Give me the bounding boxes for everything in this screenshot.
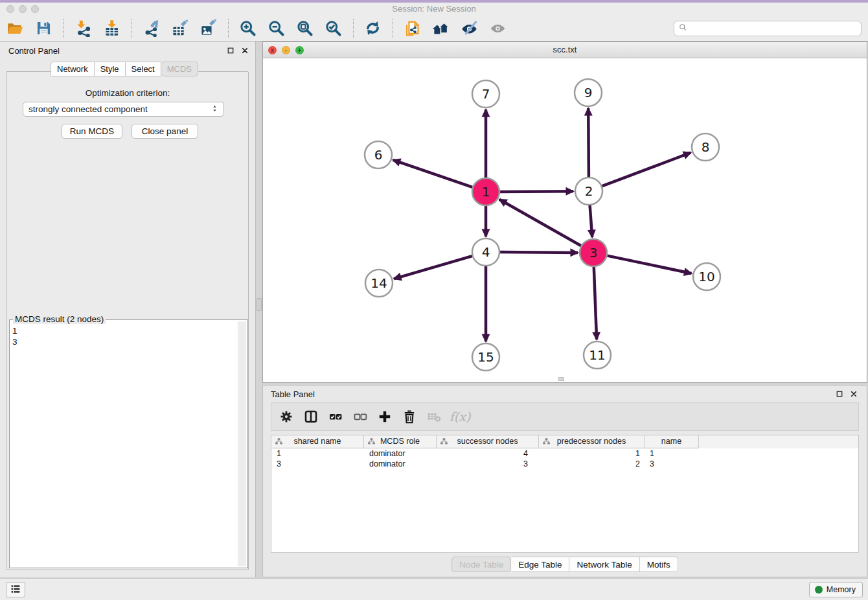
column-header-MCDS-role[interactable]: MCDS role bbox=[364, 435, 437, 448]
deselect-all-columns-icon bbox=[352, 409, 368, 424]
edge-2-8[interactable] bbox=[602, 153, 691, 187]
zoom-in-icon bbox=[239, 19, 257, 37]
toggle-overview-button[interactable] bbox=[459, 19, 479, 38]
overview-eye-icon bbox=[489, 19, 507, 37]
minimize-view-button[interactable]: - bbox=[282, 46, 290, 54]
tab-select[interactable]: Select bbox=[126, 62, 161, 76]
column-header-name[interactable]: name bbox=[645, 435, 699, 448]
update-view-button[interactable] bbox=[363, 19, 382, 38]
node-label-7: 7 bbox=[482, 86, 490, 102]
toolbar-separator bbox=[131, 19, 132, 38]
zoom-window-button[interactable] bbox=[31, 5, 39, 13]
column-header-predecessor-nodes[interactable]: predecessor nodes bbox=[539, 435, 645, 448]
memory-button[interactable]: Memory bbox=[809, 582, 863, 597]
task-history-button[interactable] bbox=[6, 582, 25, 597]
edge-2-3[interactable] bbox=[590, 205, 593, 237]
tab-network[interactable]: Network bbox=[51, 62, 95, 76]
tab-edge-table[interactable]: Edge Table bbox=[511, 557, 569, 572]
edge-3-10[interactable] bbox=[608, 256, 692, 273]
float-panel-icon[interactable] bbox=[835, 389, 843, 398]
zoom-in-button[interactable] bbox=[238, 19, 257, 38]
zoom-fit-icon bbox=[296, 19, 314, 37]
close-panel-icon[interactable] bbox=[240, 46, 249, 54]
home-view-button[interactable] bbox=[431, 19, 450, 38]
search-box[interactable] bbox=[674, 21, 862, 36]
clone-network-button[interactable] bbox=[402, 19, 422, 38]
status-bar: Memory bbox=[0, 578, 868, 600]
delete-column-button[interactable] bbox=[400, 407, 419, 426]
canvas-resize-grip[interactable] bbox=[558, 377, 564, 381]
tab-motifs[interactable]: Motifs bbox=[640, 557, 678, 572]
table-settings-button[interactable] bbox=[277, 407, 296, 426]
result-scrollbar[interactable] bbox=[238, 321, 246, 566]
column-header-shared-name[interactable]: shared name bbox=[271, 435, 364, 448]
zoom-selected-button[interactable] bbox=[323, 19, 343, 38]
delete-column-icon bbox=[402, 409, 417, 424]
create-column-button[interactable] bbox=[375, 407, 394, 426]
node-label-1: 1 bbox=[482, 184, 490, 200]
export-table-button[interactable] bbox=[170, 19, 189, 38]
run-mcds-button[interactable]: Run MCDS bbox=[62, 124, 122, 139]
node-label-6: 6 bbox=[374, 147, 383, 163]
zoom-view-button[interactable]: + bbox=[295, 46, 304, 54]
open-session-button[interactable] bbox=[5, 19, 25, 38]
close-view-button[interactable]: x bbox=[268, 46, 277, 54]
zoom-out-button[interactable] bbox=[266, 19, 286, 38]
tab-style[interactable]: Style bbox=[95, 62, 126, 76]
edge-3-1[interactable] bbox=[499, 200, 581, 246]
tree-icon bbox=[542, 437, 551, 446]
show-column-button[interactable] bbox=[301, 407, 321, 426]
close-window-button[interactable] bbox=[6, 5, 14, 13]
column-header-successor-nodes[interactable]: successor nodes bbox=[437, 435, 539, 448]
export-image-icon bbox=[200, 19, 217, 37]
edge-2-9[interactable] bbox=[588, 108, 589, 177]
edge-3-11[interactable] bbox=[594, 267, 597, 340]
float-panel-icon[interactable] bbox=[226, 46, 234, 54]
edge-4-14[interactable] bbox=[394, 256, 472, 279]
edge-1-2[interactable] bbox=[500, 191, 573, 192]
export-network-button[interactable] bbox=[141, 19, 161, 38]
select-all-columns-button[interactable] bbox=[326, 407, 345, 426]
list-icon bbox=[10, 583, 21, 597]
cell-predecessor-nodes: 1 bbox=[539, 448, 645, 459]
table-row[interactable]: 3dominator323 bbox=[271, 459, 858, 469]
column-type-icon bbox=[440, 437, 448, 450]
network-canvas[interactable]: 7968124314101511 bbox=[263, 58, 867, 382]
show-column-icon bbox=[303, 409, 319, 424]
criterion-select[interactable]: strongly connected component bbox=[23, 102, 224, 117]
import-network-button[interactable] bbox=[73, 19, 93, 38]
network-window-titlebar[interactable]: x-+ scc.txt bbox=[263, 42, 867, 58]
export-network-icon bbox=[143, 19, 160, 37]
node-label-2: 2 bbox=[585, 183, 593, 199]
tab-mcds[interactable]: MCDS bbox=[161, 62, 198, 76]
search-input[interactable] bbox=[688, 22, 857, 35]
save-session-button[interactable] bbox=[34, 19, 53, 38]
memory-status-dot bbox=[815, 586, 823, 594]
control-panel: Control Panel NetworkStyleSelectMCDS Opt… bbox=[0, 41, 256, 577]
column-label: name bbox=[661, 437, 681, 446]
zoom-selected-icon bbox=[325, 19, 342, 37]
edge-4-3[interactable] bbox=[500, 252, 578, 253]
toggle-overview-icon bbox=[461, 19, 478, 37]
network-window-controls: x-+ bbox=[268, 46, 304, 54]
zoom-fit-button[interactable] bbox=[295, 19, 314, 38]
close-panel-icon[interactable] bbox=[849, 389, 858, 398]
import-table-button[interactable] bbox=[102, 19, 121, 38]
main-toolbar bbox=[0, 16, 868, 41]
splitter-handle[interactable] bbox=[257, 298, 262, 311]
edge-1-6[interactable] bbox=[393, 160, 473, 187]
deselect-all-columns-button[interactable] bbox=[350, 407, 370, 426]
export-table-icon bbox=[171, 19, 188, 37]
tab-node-table[interactable]: Node Table bbox=[451, 557, 511, 572]
select-stepper-icon bbox=[211, 104, 218, 115]
export-image-button[interactable] bbox=[198, 19, 218, 38]
table-row[interactable]: 1dominator411 bbox=[271, 448, 858, 459]
column-label: predecessor nodes bbox=[557, 437, 626, 446]
toolbar-separator bbox=[353, 19, 354, 38]
cell-MCDS-role: dominator bbox=[364, 459, 437, 469]
search-icon bbox=[678, 23, 688, 32]
minimize-window-button[interactable] bbox=[19, 5, 27, 13]
tab-network-table[interactable]: Network Table bbox=[570, 557, 640, 572]
node-label-11: 11 bbox=[589, 347, 605, 363]
close-panel-button[interactable]: Close panel bbox=[131, 124, 198, 139]
